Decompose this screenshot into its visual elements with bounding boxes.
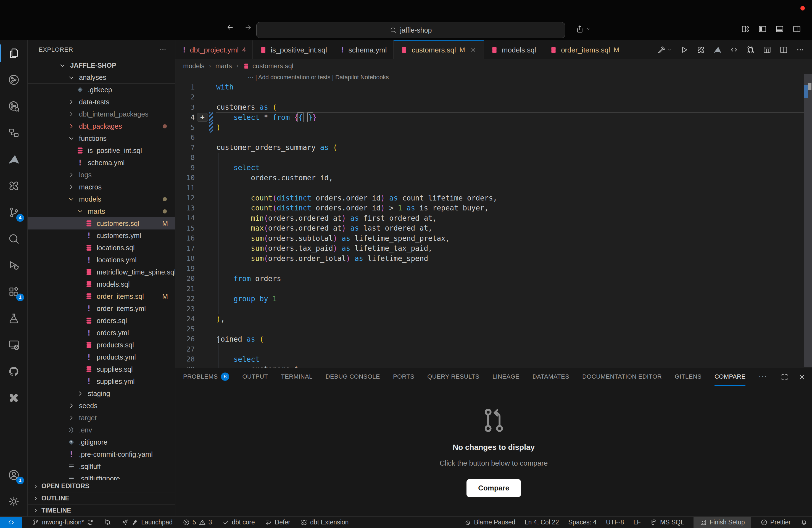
panel-tab-terminal[interactable]: TERMINAL <box>281 368 313 386</box>
code-line-9[interactable]: 9 select <box>175 163 812 173</box>
code-line-8[interactable]: 8 <box>175 153 812 163</box>
status-problems-summary[interactable]: 53 <box>183 517 212 528</box>
tree-item-products-yml[interactable]: !products.yml <box>28 351 175 363</box>
status-dbt-core[interactable]: dbt core <box>222 517 255 528</box>
tab-dbt-project-yml[interactable]: !dbt_project.yml4 <box>175 40 253 59</box>
code-line-29[interactable]: 29 customers.*, <box>175 364 812 368</box>
activity-datapilot[interactable] <box>0 146 27 173</box>
tab-models-sql[interactable]: models.sql <box>484 40 543 59</box>
code-line-14[interactable]: 14 min(orders.ordered_at) as first_order… <box>175 213 812 223</box>
code-line-28[interactable]: 28 select <box>175 354 812 365</box>
activity-dbt[interactable] <box>0 385 27 411</box>
status-compare-changes[interactable] <box>104 517 111 528</box>
status-defer[interactable]: Defer <box>265 517 290 528</box>
tree-item-customers-yml[interactable]: !customers.yml <box>28 230 175 241</box>
panel-tab-ports[interactable]: PORTS <box>393 368 414 386</box>
code-line-21[interactable]: 21 <box>175 283 812 294</box>
activity-dbt-power-user[interactable] <box>0 173 27 199</box>
code-line-3[interactable]: 3customers as ( <box>175 102 812 113</box>
section-timeline[interactable]: TIMELINE <box>28 504 175 516</box>
panel-tab-output[interactable]: OUTPUT <box>242 368 268 386</box>
code-line-25[interactable]: 25 <box>175 324 812 334</box>
compile-code-icon[interactable] <box>729 45 739 54</box>
code-line-19[interactable]: 19 <box>175 263 812 274</box>
panel-tab-query-results[interactable]: QUERY RESULTS <box>427 368 479 386</box>
activity-lineage[interactable] <box>0 67 27 93</box>
status-notifications[interactable] <box>800 517 808 528</box>
codelens[interactable]: ··· | Add documentation or tests | Datap… <box>175 73 812 82</box>
tree-item-marts[interactable]: marts <box>28 205 175 217</box>
panel-tab-datamates[interactable]: DATAMATES <box>533 368 569 386</box>
code-editor[interactable]: ··· | Add documentation or tests | Datap… <box>175 73 812 368</box>
activity-testing[interactable] <box>0 305 27 332</box>
tree-item-gitkeep[interactable]: .gitkeep <box>28 84 175 96</box>
activity-flowchart[interactable] <box>0 120 27 146</box>
breadcrumb[interactable]: models›marts›customers.sql <box>175 59 812 73</box>
activity-settings[interactable] <box>0 488 27 515</box>
panel-more-tabs[interactable]: ··· <box>758 368 767 386</box>
status-indentation[interactable]: Spaces: 4 <box>568 517 597 528</box>
panel-tab-debug-console[interactable]: DEBUG CONSOLE <box>325 368 380 386</box>
tree-item-is-positive-int-sql[interactable]: is_positive_int.sql <box>28 144 175 157</box>
forward-icon[interactable] <box>244 23 252 31</box>
editor-scrollbar[interactable] <box>804 74 812 367</box>
dbt-action-icon[interactable] <box>696 45 706 54</box>
tree-item-logs[interactable]: logs <box>28 169 175 181</box>
status-language-mode[interactable]: MS SQL <box>650 517 684 528</box>
status-prettier[interactable]: Prettier <box>760 517 791 528</box>
section-outline[interactable]: OUTLINE <box>28 492 175 504</box>
tree-item-models[interactable]: models <box>28 193 175 205</box>
tree-item-supplies-sql[interactable]: supplies.sql <box>28 363 175 375</box>
activity-source-control-graph[interactable]: 4 <box>0 199 27 225</box>
tab-order-items-sql[interactable]: order_items.sqlM <box>543 40 626 59</box>
scrollbar-thumb[interactable] <box>804 74 812 367</box>
code-line-20[interactable]: 20 from orders <box>175 274 812 284</box>
code-line-6[interactable]: 6 <box>175 133 812 143</box>
tree-item-functions[interactable]: functions <box>28 132 175 144</box>
tree-item-data-tests[interactable]: data-tests <box>28 96 175 108</box>
status-eol[interactable]: LF <box>633 517 641 528</box>
more-actions-icon[interactable] <box>159 46 167 54</box>
status-remote-indicator[interactable] <box>0 517 22 528</box>
tree-item-macros[interactable]: macros <box>28 181 175 193</box>
activity-lineage-explorer[interactable] <box>0 93 27 120</box>
breadcrumb-item[interactable]: models <box>183 62 204 70</box>
breadcrumb-file[interactable]: customers.sql <box>243 62 293 70</box>
close-panel-icon[interactable] <box>798 373 806 381</box>
toggle-panel-icon[interactable] <box>775 24 784 34</box>
code-line-11[interactable]: 11 <box>175 183 812 193</box>
code-line-12[interactable]: 12 count(distinct orders.order_id) as co… <box>175 193 812 203</box>
code-line-1[interactable]: 1with <box>175 82 812 92</box>
code-line-15[interactable]: 15 max(orders.ordered_at) as last_ordere… <box>175 223 812 233</box>
tree-item-gitignore[interactable]: .gitignore <box>28 436 175 448</box>
tree-item-dbt-packages[interactable]: dbt_packages <box>28 120 175 132</box>
add-test-button[interactable]: + <box>197 113 208 122</box>
panel-tab-gitlens[interactable]: GITLENS <box>675 368 701 386</box>
tree-item-analyses[interactable]: analyses <box>28 72 175 84</box>
back-icon[interactable] <box>226 23 234 31</box>
compare-button[interactable]: Compare <box>466 479 521 497</box>
activity-github[interactable] <box>0 358 27 385</box>
tree-item-sqlfluff[interactable]: .sqlfluff <box>28 460 175 472</box>
more-actions-icon[interactable] <box>796 45 805 54</box>
activity-run-debug[interactable] <box>0 252 27 279</box>
tab-schema-yml[interactable]: !schema.yml <box>334 40 394 59</box>
tree-item-orders-yml[interactable]: !orders.yml <box>28 327 175 339</box>
panel-tab-problems[interactable]: PROBLEMS8 <box>183 368 229 386</box>
status-finish-setup[interactable]: Finish Setup <box>694 517 751 528</box>
code-line-13[interactable]: 13 count(distinct orders.order_id) > 1 a… <box>175 203 812 213</box>
tab-is-positive-int-sql[interactable]: is_positive_int.sql <box>253 40 334 59</box>
panel-tab-lineage[interactable]: LINEAGE <box>492 368 520 386</box>
tree-item-supplies-yml[interactable]: !supplies.yml <box>28 375 175 387</box>
tree-item-target[interactable]: target <box>28 412 175 424</box>
code-line-24[interactable]: 24), <box>175 314 812 324</box>
code-line-2[interactable]: 2 <box>175 92 812 102</box>
code-line-5[interactable]: 5) <box>175 122 812 133</box>
status-launchpad[interactable]: Launchpad <box>121 517 173 528</box>
code-line-22[interactable]: 22 group by 1 <box>175 294 812 304</box>
tree-item-pre-commit-config-yaml[interactable]: !.pre-commit-config.yaml <box>28 448 175 460</box>
git-pull-request-icon[interactable] <box>746 45 755 54</box>
tree-item-order-items-sql[interactable]: order_items.sqlM <box>28 290 175 303</box>
tree-item-jaffle-shop[interactable]: JAFFLE-SHOP <box>28 59 175 72</box>
run-icon[interactable] <box>680 45 689 54</box>
